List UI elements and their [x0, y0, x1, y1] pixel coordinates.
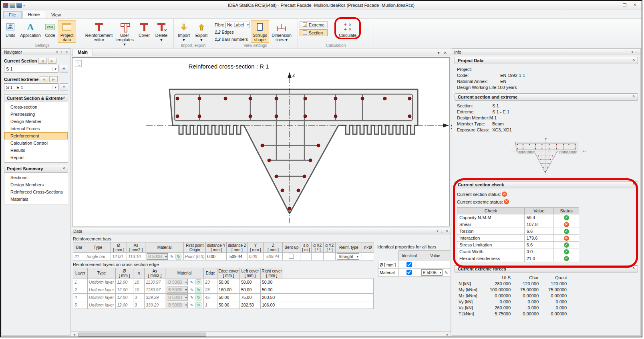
- current-extreme-select[interactable]: S 1 - E 1: [4, 83, 58, 91]
- units-button[interactable]: kNMPa Units: [3, 20, 18, 43]
- navigator-autohide-icon[interactable]: ▾: [56, 50, 58, 54]
- cell-left-cover[interactable]: 50.00: [240, 278, 261, 286]
- horizontal-scrollbar[interactable]: ◂ ▸: [71, 331, 451, 337]
- scroll-right-icon[interactable]: ▸: [445, 333, 451, 337]
- material-select[interactable]: B 500B: [147, 253, 168, 260]
- cover-button[interactable]: Cover: [136, 20, 152, 43]
- refresh-material-icon[interactable]: ↻: [175, 254, 181, 260]
- sidebar-item-prestressing[interactable]: Prestressing: [4, 111, 68, 118]
- cell-edge-cover[interactable]: 50.00: [217, 278, 240, 286]
- edit-material-icon[interactable]: ✎: [443, 270, 449, 276]
- code-button[interactable]: 25.8 Code: [43, 20, 57, 43]
- add-section-button[interactable]: +: [60, 65, 68, 73]
- edit-material-icon[interactable]: ✎: [189, 279, 195, 285]
- quick-access-dropdown-icon[interactable]: ▾: [23, 4, 25, 7]
- cell-edge-cover[interactable]: 50.00: [217, 301, 240, 309]
- cell-right-cover[interactable]: 50.00: [261, 286, 283, 294]
- cell-distance-y[interactable]: 0.00: [206, 253, 227, 260]
- data-pin-icon[interactable]: ⊥: [441, 229, 444, 233]
- sidebar-item-report[interactable]: Report: [4, 154, 68, 161]
- identical-diameter-checkbox[interactable]: [407, 262, 412, 267]
- edit-material-icon[interactable]: ✎: [189, 302, 195, 308]
- info-autohide-icon[interactable]: ▾: [632, 50, 634, 54]
- sidebar-item-internal-forces[interactable]: Internal Forces: [4, 125, 68, 132]
- import-button[interactable]: Import▾: [175, 20, 192, 43]
- dimension-lines-button[interactable]: Dimension lines ▾: [270, 20, 293, 43]
- calculate-button[interactable]: +×+× Calculate: [337, 20, 358, 43]
- sidebar-item-design-member[interactable]: Design Member: [4, 118, 68, 125]
- current-section-select[interactable]: S 1: [4, 65, 58, 73]
- app-icon[interactable]: [3, 3, 8, 8]
- delete-button[interactable]: ✕ Delete▾: [153, 20, 170, 43]
- dock-icon[interactable]: ▾: [438, 50, 440, 55]
- data-close-icon[interactable]: ✕: [445, 229, 449, 233]
- navigator-close-icon[interactable]: ✕: [65, 50, 68, 54]
- sidebar-item-reinforcement[interactable]: Reinforcement: [4, 132, 68, 139]
- material-select[interactable]: B 500B: [167, 287, 188, 293]
- fibre-select[interactable]: No Label: [225, 22, 250, 28]
- minimize-button[interactable]: –: [609, 2, 619, 9]
- export-button[interactable]: Export▾: [193, 20, 210, 43]
- cell-left-cover[interactable]: 50.00: [240, 286, 261, 294]
- material-select[interactable]: B 500B: [167, 294, 188, 301]
- refresh-material-icon[interactable]: ↻: [195, 295, 201, 301]
- material-select[interactable]: B 500B: [167, 279, 188, 285]
- edit-material-icon[interactable]: ✎: [169, 254, 175, 260]
- navigator-pin-icon[interactable]: ⊥: [60, 50, 63, 54]
- reinf-type-select[interactable]: Straight: [337, 253, 359, 260]
- stirrups-shape-button[interactable]: Stirrups shape: [251, 20, 269, 43]
- user-templates-button[interactable]: User templates ▾: [114, 20, 135, 47]
- tab-home[interactable]: Home: [22, 11, 45, 18]
- save-icon[interactable]: [16, 3, 22, 8]
- refresh-material-icon[interactable]: ↻: [195, 302, 201, 308]
- application-button[interactable]: A Application: [18, 20, 42, 43]
- cell-distance-z[interactable]: -509.44: [227, 253, 248, 260]
- cell-left-cover[interactable]: 75.00: [240, 294, 261, 301]
- close-button[interactable]: ×: [630, 2, 640, 9]
- current-section-extreme-header[interactable]: Current section and extreme^: [455, 93, 638, 101]
- current-extreme-forces-header[interactable]: Current extreme forces^: [455, 265, 638, 272]
- edit-material-icon[interactable]: ✎: [189, 295, 195, 301]
- maximize-button[interactable]: [619, 2, 630, 9]
- reinforcement-editor-button[interactable]: Reinforcement editor: [85, 20, 113, 43]
- extreme-button[interactable]: Extreme: [300, 21, 328, 28]
- project-summary-group-header[interactable]: Project Summary^: [4, 165, 68, 173]
- sidebar-item-materials[interactable]: Materials: [4, 196, 68, 203]
- edit-material-icon[interactable]: ✎: [189, 287, 195, 293]
- identical-material-select[interactable]: B 500B: [421, 269, 443, 276]
- cell-right-cover[interactable]: 106.00: [261, 301, 283, 309]
- prev-section-button[interactable]: ◀: [38, 58, 47, 64]
- cell-left-cover[interactable]: 202.50: [240, 301, 261, 309]
- sidebar-item-calculation-control[interactable]: Calculation Control: [4, 139, 68, 147]
- tab-main[interactable]: Main: [72, 49, 93, 56]
- sidebar-item-cross-section[interactable]: Cross-section: [4, 103, 68, 111]
- info-pin-icon[interactable]: ⊥: [635, 50, 638, 54]
- sidebar-item-sections[interactable]: Sections: [4, 174, 68, 181]
- bars-numbers-toggle[interactable]: 1,2 Bars numbers: [215, 36, 250, 42]
- prev-extreme-button[interactable]: ◀: [40, 76, 48, 82]
- open-icon[interactable]: [10, 3, 15, 8]
- tab-view[interactable]: View: [46, 12, 66, 18]
- scroll-left-icon[interactable]: ◂: [71, 333, 77, 337]
- next-section-button[interactable]: ▶: [48, 58, 56, 64]
- section-extreme-group-header[interactable]: Current Section & Extreme^: [4, 95, 68, 102]
- current-section-check-header[interactable]: Current section check^: [455, 181, 638, 188]
- drawing-canvas[interactable]: ↖ ↘ Reinforced cross-section : R 1: [72, 57, 450, 226]
- refresh-material-icon[interactable]: ↻: [195, 279, 201, 285]
- material-select[interactable]: B 500B: [167, 302, 188, 308]
- add-extreme-button[interactable]: +: [60, 83, 68, 91]
- next-extreme-button[interactable]: ▶: [49, 76, 58, 82]
- scrollbar-thumb[interactable]: [78, 333, 206, 337]
- tab-file[interactable]: File: [3, 11, 22, 18]
- project-data-header[interactable]: Project Data^: [455, 57, 638, 64]
- identical-material-checkbox[interactable]: [407, 270, 412, 275]
- sidebar-item-reinforced-cross-sections[interactable]: Reinforced Cross-Sections: [4, 188, 68, 196]
- cell-edge-cover[interactable]: 50.00: [217, 294, 240, 301]
- cell-edge-cover[interactable]: 160.00: [217, 286, 240, 294]
- data-autohide-icon[interactable]: ▾: [437, 229, 439, 233]
- cell-right-cover[interactable]: 203.50: [261, 294, 283, 301]
- close-main-tab-icon[interactable]: ✕: [444, 50, 447, 55]
- sidebar-item-design-members[interactable]: Design Members: [4, 181, 68, 188]
- refresh-material-icon[interactable]: ↻: [195, 287, 201, 293]
- section-button[interactable]: Section: [300, 29, 328, 36]
